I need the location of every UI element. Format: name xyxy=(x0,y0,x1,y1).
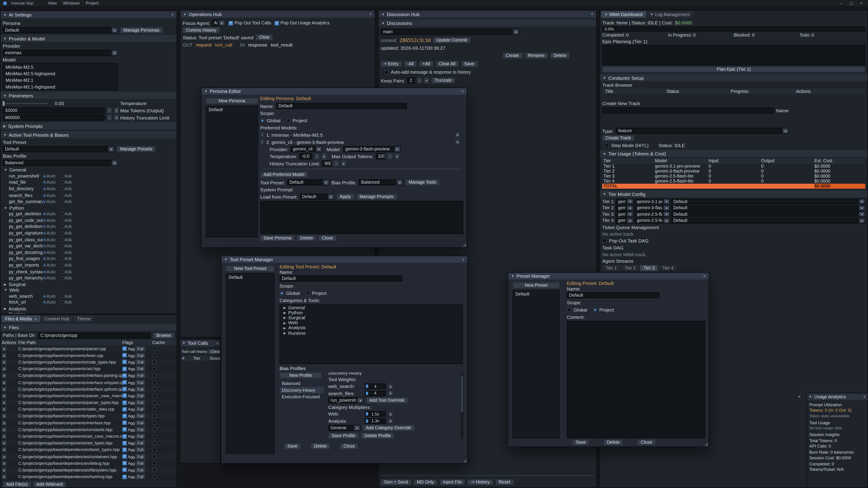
pop-tool-calls-checkbox[interactable] xyxy=(228,21,233,25)
ask-radio[interactable] xyxy=(61,212,64,216)
tier-model-select[interactable]: gemini-3-flash-preview▾ xyxy=(634,205,670,210)
auto-add-checkbox[interactable] xyxy=(384,70,389,74)
ask-radio[interactable] xyxy=(61,174,64,178)
new-tool-preset-button[interactable]: New Tool Preset xyxy=(226,266,275,272)
auto-radio[interactable] xyxy=(43,181,46,184)
clear-status-button[interactable]: Clear xyxy=(256,34,273,40)
tier-provider-select[interactable]: gemini▾ xyxy=(616,212,633,217)
ask-radio[interactable] xyxy=(61,301,64,304)
new-profile-button[interactable]: New Profile xyxy=(280,372,322,379)
menu-windows[interactable]: Windows xyxy=(63,0,80,5)
remove-file-button[interactable]: x xyxy=(2,393,6,398)
tool-preset-select[interactable]: Default ▾ xyxy=(287,179,329,185)
auto-radio[interactable] xyxy=(43,174,46,178)
decrement-button[interactable]: - xyxy=(314,153,319,159)
agg-checkbox[interactable] xyxy=(122,434,127,438)
preset-manager-titlebar[interactable]: ▼ Preset Manager × xyxy=(508,273,709,279)
auto-radio[interactable] xyxy=(43,219,46,222)
create-discussion-button[interactable]: Create xyxy=(502,53,522,59)
cache-toggle[interactable] xyxy=(152,400,157,405)
remove-file-button[interactable]: x xyxy=(2,373,6,378)
collapse-icon[interactable]: ▼ xyxy=(381,12,385,16)
menu-project[interactable]: Project xyxy=(86,0,99,5)
tool-group-python[interactable]: ▼Python xyxy=(0,205,177,211)
agg-checkbox[interactable] xyxy=(122,400,127,405)
auto-radio[interactable] xyxy=(43,270,46,273)
scope-global-radio[interactable] xyxy=(280,291,284,295)
tier-preset-select[interactable]: Default▾ xyxy=(671,199,865,204)
category-surgical[interactable]: ▶Surgical xyxy=(280,315,462,320)
tool-preset-name-input[interactable]: Default xyxy=(280,275,403,282)
tab-files-media[interactable]: Files & Media× xyxy=(2,315,40,322)
full-flag-button[interactable]: Full xyxy=(136,461,145,466)
agg-checkbox[interactable] xyxy=(122,441,127,445)
override-slider[interactable]: 1.3x xyxy=(365,418,386,423)
auto-radio[interactable] xyxy=(43,251,46,254)
bias-profile-item[interactable]: Execution-Focused xyxy=(280,393,324,400)
auto-radio[interactable] xyxy=(43,301,46,304)
cache-toggle[interactable] xyxy=(152,441,157,445)
save-button[interactable]: Save xyxy=(284,443,301,449)
remove-override-button[interactable]: x xyxy=(388,391,393,396)
ask-radio[interactable] xyxy=(61,263,64,267)
tool-preset-titlebar[interactable]: ▼ Tool Preset Manager × xyxy=(221,256,467,263)
minus-all-button[interactable]: -All xyxy=(404,61,417,67)
close-icon[interactable]: × xyxy=(216,340,219,346)
full-flag-button[interactable]: Full xyxy=(136,346,145,351)
persona-editor-titlebar[interactable]: ▼ Persona Editor × xyxy=(202,88,467,94)
maximize-icon[interactable]: ▢ xyxy=(849,1,853,5)
temperature-slider[interactable] xyxy=(3,103,48,104)
reorder-button[interactable]: - xyxy=(260,139,264,144)
full-flag-button[interactable]: Full xyxy=(136,414,145,419)
collapse-icon[interactable]: ▼ xyxy=(650,13,653,16)
category-override-select[interactable]: General ▾ xyxy=(328,425,360,431)
tier-model-config-header[interactable]: ▼ Tier Model Config xyxy=(600,190,868,197)
collapse-icon[interactable]: ▼ xyxy=(182,341,186,345)
remove-file-button[interactable]: x xyxy=(2,400,6,405)
manage-presets-button[interactable]: Manage Presets xyxy=(117,146,156,152)
agg-checkbox[interactable] xyxy=(122,421,127,425)
override-slider[interactable]: 1.5x xyxy=(365,411,386,417)
tab-mma-dashboard[interactable]: ▼ MMA Dashboard xyxy=(601,11,646,18)
full-flag-button[interactable]: Full xyxy=(136,353,145,358)
pref-provider-select[interactable]: gemini_cli ▾ xyxy=(291,146,322,152)
cache-toggle[interactable] xyxy=(152,387,157,391)
collapse-icon[interactable]: ▼ xyxy=(183,12,187,16)
save-button[interactable]: Save xyxy=(572,439,589,445)
active-tools-header[interactable]: ▼ Active Tool Presets & Biases xyxy=(0,131,177,138)
plus-all-button[interactable]: +All xyxy=(419,61,433,67)
full-flag-button[interactable]: Full xyxy=(136,427,145,432)
tool-group-web[interactable]: ▼Web xyxy=(0,287,177,293)
auto-radio[interactable] xyxy=(43,263,46,267)
category-runtime[interactable]: ▶Runtime xyxy=(280,330,462,335)
delete-profile-button[interactable]: Delete Profile xyxy=(361,433,394,439)
cache-toggle[interactable] xyxy=(152,360,157,364)
preset-name-input[interactable]: Default xyxy=(567,292,659,298)
full-flag-button[interactable]: Full xyxy=(136,373,145,378)
cache-toggle[interactable] xyxy=(152,414,157,418)
cache-toggle[interactable] xyxy=(152,475,157,479)
agg-checkbox[interactable] xyxy=(122,380,127,385)
remove-file-button[interactable]: x xyxy=(2,366,6,371)
minimize-icon[interactable]: – xyxy=(840,1,842,5)
stream-tab-tier-2[interactable]: Tier 2 xyxy=(621,265,639,271)
parameters-header[interactable]: ▼ Parameters xyxy=(0,92,177,99)
remove-model-button[interactable]: x xyxy=(455,139,460,144)
auto-radio[interactable] xyxy=(43,225,46,229)
full-flag-button[interactable]: Full xyxy=(136,441,145,446)
tool-group-general[interactable]: ▼General xyxy=(0,167,177,173)
delete-button[interactable]: Delete xyxy=(603,439,623,445)
history-limit-input[interactable]: 900000 xyxy=(3,115,105,121)
agg-checkbox[interactable] xyxy=(122,414,127,418)
track-description-area[interactable] xyxy=(600,115,868,127)
provider-model-header[interactable]: ▼ Provider & Model xyxy=(0,35,177,42)
full-flag-button[interactable]: Full xyxy=(136,434,145,439)
close-icon[interactable]: × xyxy=(171,12,174,17)
cache-toggle[interactable] xyxy=(152,427,157,432)
full-flag-button[interactable]: Full xyxy=(136,420,145,425)
full-flag-button[interactable]: Full xyxy=(136,474,145,479)
browse-button[interactable]: Browse xyxy=(153,332,175,338)
decrement-button[interactable]: - xyxy=(107,115,112,121)
system-prompt-textarea[interactable] xyxy=(260,201,463,234)
tier-provider-select[interactable]: gemini▾ xyxy=(616,199,633,204)
